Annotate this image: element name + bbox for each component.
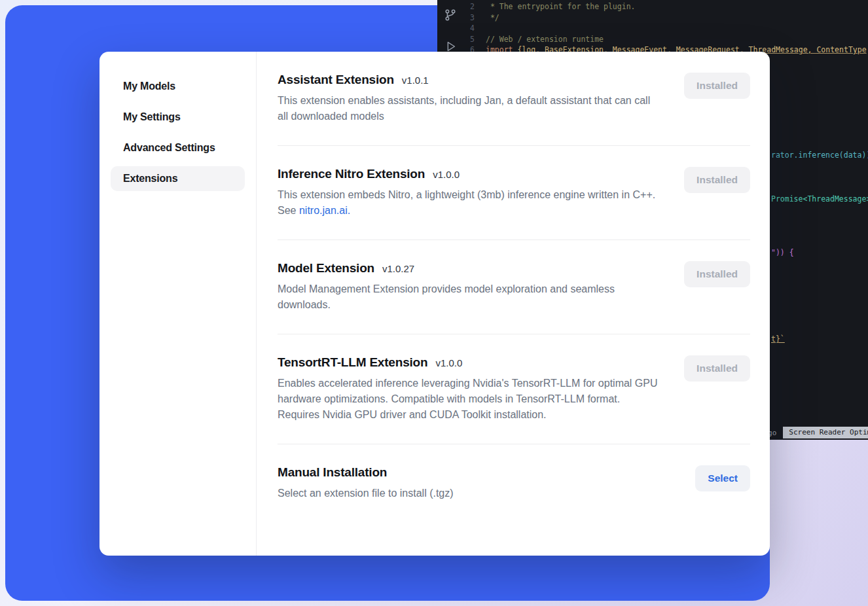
code-text: */	[486, 12, 499, 24]
code-fragment: Promise<ThreadMessage>	[771, 194, 868, 204]
settings-sidebar: My Models My Settings Advanced Settings …	[99, 52, 257, 556]
line-number: 3	[437, 12, 486, 24]
line-number: 5	[437, 34, 486, 45]
sidebar-item-advanced-settings[interactable]: Advanced Settings	[111, 135, 245, 160]
extension-name: Assistant Extension	[278, 73, 394, 87]
extension-version: v1.0.27	[382, 263, 414, 274]
code-area: 2 * The entrypoint for the plugin. 3 */ …	[437, 1, 868, 56]
manual-installation-description: Select an extension file to install (.tg…	[278, 486, 454, 501]
code-line: 4	[437, 23, 868, 34]
extension-row-model: Model Extension v1.0.27 Model Management…	[278, 261, 750, 313]
code-fragment: t}`	[771, 334, 785, 344]
code-line: 5 // Web / extension runtime	[437, 34, 868, 45]
sidebar-item-my-models[interactable]: My Models	[111, 74, 245, 99]
nitro-link[interactable]: nitro.jan.ai.	[299, 205, 350, 216]
line-number: 2	[437, 1, 486, 12]
settings-modal: My Models My Settings Advanced Settings …	[99, 52, 770, 556]
manual-installation-row: Manual Installation Select an extension …	[278, 465, 750, 501]
extension-description: Model Management Extension provides mode…	[278, 281, 660, 313]
code-fragment: ")) {	[771, 248, 794, 257]
divider	[278, 240, 750, 240]
code-line: 3 */	[437, 12, 868, 24]
line-number: 4	[437, 23, 486, 34]
extension-description: Enables accelerated inference leveraging…	[278, 376, 660, 423]
divider	[278, 334, 750, 334]
extension-row-assistant: Assistant Extension v1.0.1 This extensio…	[278, 73, 750, 124]
extension-name: Model Extension	[278, 261, 374, 276]
desktop: 2 * The entrypoint for the plugin. 3 */ …	[0, 0, 868, 606]
select-file-button[interactable]: Select	[695, 465, 750, 491]
sidebar-item-extensions[interactable]: Extensions	[111, 166, 245, 191]
code-text: * The entrypoint for the plugin.	[486, 1, 635, 12]
code-text: // Web / extension runtime	[486, 34, 604, 45]
code-fragment: rator.inference(data));	[771, 151, 868, 160]
extension-description: This extension embeds Nitro, a lightweig…	[278, 187, 660, 219]
divider	[278, 145, 750, 146]
installed-button[interactable]: Installed	[684, 261, 750, 287]
sidebar-item-my-settings[interactable]: My Settings	[111, 105, 245, 130]
extension-version: v1.0.0	[433, 169, 460, 180]
extension-description: This extension enables assistants, inclu…	[278, 93, 660, 124]
extension-version: v1.0.0	[435, 357, 462, 368]
extension-version: v1.0.1	[402, 75, 429, 86]
extensions-list: Assistant Extension v1.0.1 This extensio…	[257, 52, 770, 556]
extension-row-tensorrt: TensortRT-LLM Extension v1.0.0 Enables a…	[278, 355, 750, 423]
installed-button[interactable]: Installed	[684, 73, 750, 99]
installed-button[interactable]: Installed	[684, 167, 750, 193]
extension-row-nitro: Inference Nitro Extension v1.0.0 This ex…	[278, 167, 750, 219]
installed-button[interactable]: Installed	[684, 355, 750, 382]
extension-name: TensortRT-LLM Extension	[278, 355, 427, 370]
screen-reader-badge[interactable]: Screen Reader Optimize	[783, 427, 868, 438]
extension-name: Inference Nitro Extension	[278, 167, 425, 181]
manual-installation-title: Manual Installation	[278, 465, 387, 480]
code-line: 2 * The entrypoint for the plugin.	[437, 1, 868, 12]
divider	[278, 444, 750, 444]
